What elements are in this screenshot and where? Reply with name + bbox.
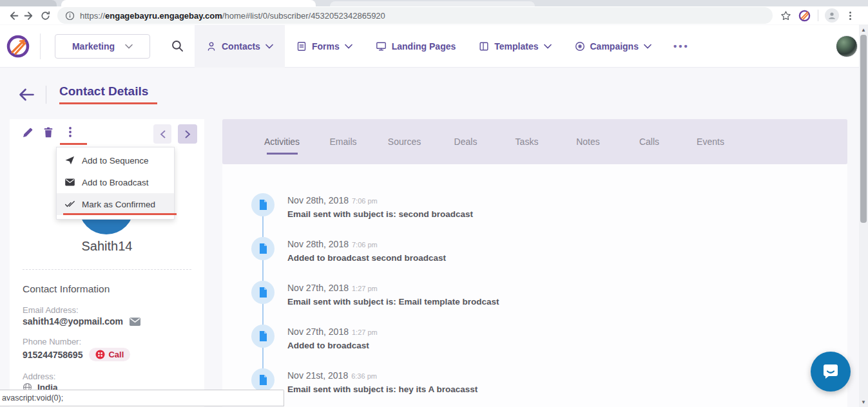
send-icon [65,156,75,165]
menu-item-label: Add to Sequence [82,156,149,166]
timeline-entry: Nov 27th, 20181:27 pm Email sent with su… [251,281,499,307]
tab-activities[interactable]: Activities [251,119,313,164]
card-divider [23,269,191,270]
person-icon [206,41,217,52]
tab-tasks[interactable]: Tasks [496,119,557,164]
chevron-down-icon [644,44,651,49]
timeline-entry: Nov 21st, 20186:36 pm Email sent with su… [251,368,477,394]
workspace-dropdown[interactable]: Marketing [55,34,150,59]
monitor-icon [376,41,387,52]
nav-item-campaigns[interactable]: Campaigns [563,25,663,68]
page-title: Contact Details [59,84,148,104]
chat-bubble-icon [820,361,841,382]
trash-icon[interactable] [43,127,53,138]
back-arrow-icon[interactable] [18,88,35,102]
logo-icon[interactable] [4,32,32,61]
user-avatar[interactable] [836,35,858,57]
search-icon[interactable] [171,39,184,53]
screen: https://engagebayru.engagebay.com/home#l… [0,0,868,407]
entry-time: 7:06 pm [352,241,378,249]
phone-value: 915244758695 [23,350,82,360]
address-bar[interactable]: https://engagebayru.engagebay.com/home#l… [57,7,773,24]
nav-item-contacts[interactable]: Contacts [195,25,285,68]
document-icon [251,237,275,260]
menu-item-add-to-broadcast[interactable]: Add to Broadcast [57,171,174,193]
document-icon [251,193,275,216]
back-icon[interactable] [5,8,21,23]
tab-sources[interactable]: Sources [374,119,435,164]
menu-item-mark-as-confirmed[interactable]: Mark as Confirmed [57,193,174,215]
mail-icon[interactable] [130,317,140,326]
chevron-right-icon [185,130,191,138]
nav-items: Contacts Forms Landing Pages Templates C… [195,25,663,68]
call-button[interactable]: Call [89,348,130,361]
layout-icon [479,41,489,52]
forward-icon[interactable] [21,8,37,23]
browser-tab-partial[interactable] [0,0,57,6]
scrollbar-thumb[interactable] [860,35,867,223]
scroll-up-icon[interactable]: ▲ [859,25,868,34]
pencil-icon[interactable] [23,127,34,138]
chevron-left-icon [160,130,166,138]
nav-item-templates[interactable]: Templates [467,25,563,68]
email-row: sahith14@yopmail.com [23,316,140,327]
address-label: Address: [23,372,55,381]
star-icon[interactable] [780,10,791,21]
url-text: https://engagebayru.engagebay.com/home#l… [80,11,385,21]
dots-vertical-icon[interactable] [66,126,75,138]
browser-menu-icon[interactable] [845,11,855,21]
browser-toolbar: https://engagebayru.engagebay.com/home#l… [0,6,868,24]
timeline-entry: Nov 27th, 20181:27 pm Added to broadcast [251,325,378,350]
nav-item-forms[interactable]: Forms [285,25,364,68]
twilio-call-icon [95,350,105,359]
entry-time: 1:27 pm [352,328,378,336]
campaign-icon [575,41,585,52]
chat-launcher-button[interactable] [811,352,851,392]
entry-date: Nov 21st, 2018 [287,370,348,381]
entry-text: Added to broadcast second broadcast [287,253,446,263]
prev-contact-button[interactable] [153,124,171,144]
entry-text: Email sent with subject is: second broad… [287,209,473,219]
detail-tabs: Activities Emails Sources Deals Tasks No… [222,119,847,164]
nav-divider [40,33,41,59]
browser-tab-active[interactable] [61,0,316,6]
nav-label: Forms [312,41,340,52]
chevron-down-icon [544,44,552,49]
nav-item-landing-pages[interactable]: Landing Pages [364,25,468,68]
email-value: sahith14@yopmail.com [23,316,123,327]
tab-events[interactable]: Events [680,119,741,164]
menu-highlight-underline [63,213,177,215]
envelope-icon [65,178,75,186]
entry-time: 1:27 pm [352,285,378,292]
tab-calls[interactable]: Calls [619,119,680,164]
extension-icon[interactable] [798,9,811,23]
entry-text: Added to broadcast [287,341,378,350]
status-bar-link-preview: avascript:void(0); [0,390,284,406]
toolbar-separator [818,10,818,21]
entry-date: Nov 27th, 2018 [287,327,349,337]
next-contact-button[interactable] [178,124,197,144]
entry-date: Nov 28th, 2018 [287,239,349,249]
entry-time: 7:06 pm [352,197,378,205]
app-navbar: Marketing Contacts Forms Landing Pages [0,25,868,68]
browser-tab-other[interactable] [330,1,535,6]
profile-icon[interactable] [825,8,839,23]
nav-more-menu[interactable]: ••• [663,41,700,52]
browser-tab-strip [0,0,868,6]
vertical-scrollbar[interactable]: ▲ ▼ [859,24,868,407]
nav-label: Campaigns [590,41,639,52]
menu-item-label: Mark as Confirmed [82,200,155,209]
tab-notes[interactable]: Notes [557,119,619,164]
reload-icon[interactable] [37,8,53,23]
tab-emails[interactable]: Emails [313,119,374,164]
scroll-down-icon[interactable]: ▼ [859,397,868,406]
chevron-down-icon [125,44,133,49]
contact-actions-menu: Add to Sequence Add to Broadcast Mark as… [56,147,175,220]
entry-time: 6:36 pm [351,372,377,380]
info-icon[interactable] [65,11,75,21]
timeline-entry: Nov 28th, 20187:06 pm Email sent with su… [251,193,473,219]
nav-label: Landing Pages [392,41,456,52]
menu-item-add-to-sequence[interactable]: Add to Sequence [57,149,174,171]
chevron-down-icon [345,44,352,49]
tab-deals[interactable]: Deals [435,119,496,164]
